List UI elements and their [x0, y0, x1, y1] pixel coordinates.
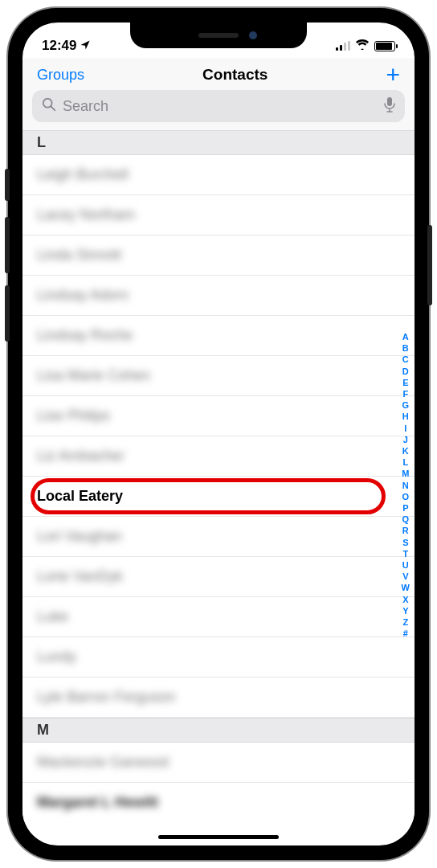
- notch: [130, 23, 307, 48]
- contact-row-local-eatery[interactable]: Local Eatery: [22, 477, 415, 517]
- contact-row[interactable]: Lundy: [22, 637, 415, 678]
- contact-row[interactable]: Leigh Burchell: [22, 155, 415, 195]
- contact-row[interactable]: Margaret L Hewitt: [22, 783, 415, 822]
- add-contact-button[interactable]: +: [386, 67, 400, 83]
- contact-row[interactable]: Liz Ambacher: [22, 436, 415, 477]
- screen: 12:49 Groups Contacts +: [22, 23, 415, 845]
- contact-name: Local Eatery: [37, 488, 123, 504]
- contact-row[interactable]: Lorie VanDyk: [22, 557, 415, 597]
- phone-frame: 12:49 Groups Contacts +: [8, 8, 429, 860]
- search-bar: [22, 90, 415, 130]
- section-header-m: M: [22, 718, 415, 743]
- contact-row[interactable]: Lacey Northam: [22, 195, 415, 235]
- page-title: Contacts: [202, 66, 268, 84]
- contact-row[interactable]: Lyle Barron Ferguson: [22, 678, 415, 718]
- location-icon: [80, 39, 91, 53]
- alphabet-index[interactable]: ABCDEFGHIJKLMNOPQRSTUVWXYZ#: [402, 331, 410, 639]
- contact-row[interactable]: Lindsay Adorn: [22, 276, 415, 316]
- search-input[interactable]: [63, 98, 378, 115]
- contact-row[interactable]: Lori Vaughan: [22, 517, 415, 557]
- cellular-signal-icon: [336, 41, 350, 51]
- section-header-l: L: [22, 130, 415, 155]
- nav-bar: Groups Contacts +: [22, 58, 415, 90]
- contact-row[interactable]: Lise Philips: [22, 396, 415, 436]
- status-time: 12:49: [42, 38, 76, 54]
- search-icon: [42, 97, 56, 116]
- wifi-icon: [355, 38, 370, 54]
- contact-row[interactable]: Lisa Marie Cohen: [22, 356, 415, 396]
- svg-line-1: [51, 106, 55, 110]
- search-field[interactable]: [32, 90, 405, 122]
- home-indicator[interactable]: [158, 835, 279, 839]
- microphone-icon[interactable]: [384, 96, 395, 117]
- svg-point-0: [43, 98, 52, 107]
- contact-row[interactable]: Lindsay Roche: [22, 316, 415, 356]
- svg-rect-2: [387, 97, 392, 106]
- contact-row[interactable]: Luke: [22, 597, 415, 637]
- contact-row[interactable]: Mackenzie Garwood: [22, 743, 415, 783]
- battery-icon: [374, 41, 395, 51]
- groups-button[interactable]: Groups: [37, 67, 84, 84]
- contact-row[interactable]: Linda Sinnott: [22, 235, 415, 276]
